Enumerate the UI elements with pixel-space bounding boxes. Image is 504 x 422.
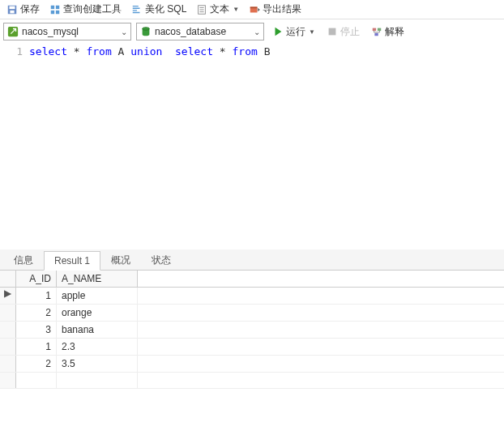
connection-toolbar: nacos_mysql ⌄ nacos_database ⌄ 运行 ▼ 停止 解… <box>0 19 504 44</box>
text-button[interactable]: 文本 ▼ <box>193 2 242 17</box>
beautify-button[interactable]: 美化 SQL <box>128 2 190 17</box>
row-handle-header <box>0 271 16 287</box>
query-builder-icon <box>49 4 61 15</box>
save-button[interactable]: 保存 <box>3 2 43 17</box>
main-toolbar: 保存 查询创建工具 美化 SQL 文本 ▼ 导出结果 <box>0 0 504 19</box>
database-icon <box>140 26 152 37</box>
cell-name[interactable]: banana <box>57 322 138 338</box>
explain-label: 解释 <box>385 25 404 39</box>
tab-profile[interactable]: 概况 <box>100 250 141 270</box>
table-row[interactable]: 2orange <box>0 305 504 322</box>
row-handle[interactable] <box>0 322 16 338</box>
explain-icon <box>371 26 382 37</box>
svg-rect-13 <box>329 28 336 36</box>
svg-rect-9 <box>250 6 258 8</box>
row-handle[interactable] <box>0 339 16 355</box>
grid-body: ▶1apple2orange3banana12.323.5 <box>0 288 504 373</box>
chevron-down-icon: ▼ <box>233 6 239 13</box>
svg-rect-14 <box>373 28 376 32</box>
chevron-down-icon: ▼ <box>309 28 315 36</box>
stop-label: 停止 <box>340 25 360 39</box>
explain-button[interactable]: 解释 <box>368 24 408 40</box>
tab-info[interactable]: 信息 <box>3 250 44 270</box>
stop-icon <box>327 26 338 37</box>
svg-rect-16 <box>374 33 378 36</box>
stop-button[interactable]: 停止 <box>323 24 363 40</box>
tab-status[interactable]: 状态 <box>141 250 182 270</box>
cell-name[interactable]: 3.5 <box>57 356 138 372</box>
grid-header-row: A_ID A_NAME <box>0 271 504 288</box>
cell-id[interactable]: 1 <box>16 339 57 355</box>
grid-row-empty <box>0 373 504 389</box>
chevron-down-icon: ⌄ <box>254 28 260 36</box>
svg-rect-5 <box>51 10 54 13</box>
result-grid: A_ID A_NAME ▶1apple2orange3banana12.323.… <box>0 271 504 389</box>
query-builder-button[interactable]: 查询创建工具 <box>46 2 125 17</box>
result-tabbar: 信息 Result 1 概况 状态 <box>0 249 504 271</box>
svg-rect-1 <box>10 6 15 9</box>
column-header[interactable]: A_NAME <box>57 271 138 287</box>
run-button[interactable]: 运行 ▼ <box>269 24 318 40</box>
export-icon <box>249 4 260 15</box>
cell-name[interactable]: 2.3 <box>57 339 138 355</box>
sql-editor[interactable]: 1 select * from A union select * from B <box>0 44 504 249</box>
line-number: 1 <box>0 45 23 58</box>
row-handle[interactable] <box>0 305 16 321</box>
table-row[interactable]: 3banana <box>0 322 504 339</box>
export-button[interactable]: 导出结果 <box>246 2 305 17</box>
text-label: 文本 <box>210 2 229 16</box>
chevron-down-icon: ⌄ <box>121 28 127 36</box>
table-row[interactable]: 23.5 <box>0 356 504 373</box>
svg-rect-4 <box>56 5 59 8</box>
beautify-icon <box>131 4 143 15</box>
connection-icon <box>7 26 19 37</box>
save-label: 保存 <box>20 2 40 16</box>
tab-result[interactable]: Result 1 <box>44 251 100 271</box>
connection-dropdown[interactable]: nacos_mysql ⌄ <box>3 23 131 40</box>
document-icon <box>196 4 207 15</box>
line-number-gutter: 1 <box>0 44 29 249</box>
row-handle[interactable]: ▶ <box>0 288 16 304</box>
cell-name[interactable]: orange <box>57 305 138 321</box>
column-header[interactable]: A_ID <box>16 271 57 287</box>
table-row[interactable]: 12.3 <box>0 339 504 356</box>
table-row[interactable]: ▶1apple <box>0 288 504 305</box>
cell-id[interactable]: 2 <box>16 305 57 321</box>
svg-rect-3 <box>51 5 54 8</box>
cell-id[interactable]: 3 <box>16 322 57 338</box>
database-dropdown[interactable]: nacos_database ⌄ <box>136 23 264 40</box>
connection-text: nacos_mysql <box>22 26 121 37</box>
cell-id[interactable]: 1 <box>16 288 57 304</box>
svg-rect-2 <box>10 10 14 13</box>
beautify-label: 美化 SQL <box>145 2 186 16</box>
export-label: 导出结果 <box>263 2 301 16</box>
cell-id[interactable]: 2 <box>16 356 57 372</box>
run-label: 运行 <box>286 25 305 39</box>
save-icon <box>6 4 18 15</box>
row-handle[interactable] <box>0 356 16 372</box>
svg-rect-6 <box>56 10 59 13</box>
query-builder-label: 查询创建工具 <box>63 2 122 16</box>
database-text: nacos_database <box>155 26 254 37</box>
code-line: select * from A union select * from B <box>29 44 270 249</box>
cell-name[interactable]: apple <box>57 288 138 304</box>
play-icon <box>272 26 284 37</box>
svg-rect-15 <box>378 28 381 32</box>
